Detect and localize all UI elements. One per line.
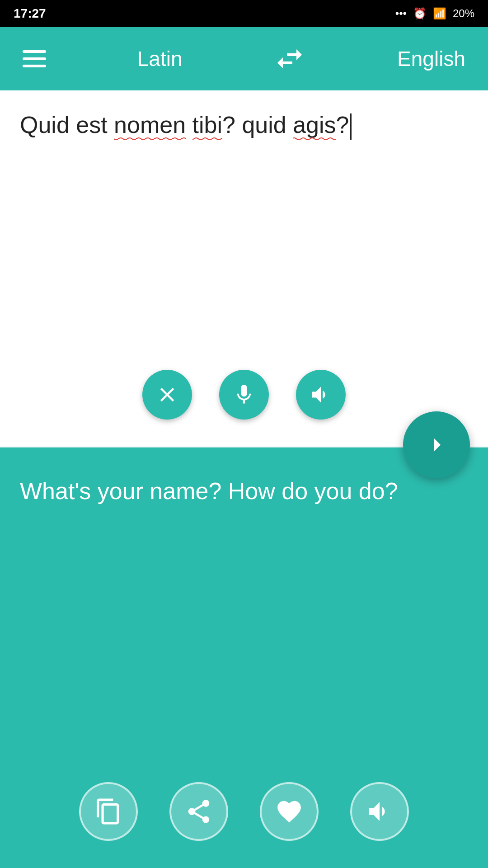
input-text-display[interactable]: Quid est nomen tibi? quid agis? <box>20 108 468 142</box>
status-icons: ••• ⏰ 📶 20% <box>395 7 474 20</box>
dots-icon: ••• <box>395 7 407 20</box>
app-header: Latin English <box>0 27 488 90</box>
target-language-button[interactable]: English <box>397 47 465 71</box>
spell-check-agis: agis <box>293 112 336 138</box>
copy-button[interactable] <box>79 782 138 841</box>
speak-input-button[interactable] <box>296 370 346 420</box>
input-panel: Quid est nomen tibi? quid agis? <box>0 90 488 448</box>
share-button[interactable] <box>169 782 228 841</box>
output-text-display: What's your name? How do you do? <box>20 475 468 508</box>
spell-check-nomen: nomen <box>114 112 186 138</box>
alarm-icon: ⏰ <box>413 7 427 20</box>
status-bar: 17:27 ••• ⏰ 📶 20% <box>0 0 488 27</box>
battery-icon: 20% <box>453 7 474 20</box>
sim-icon: 📶 <box>433 7 446 20</box>
spell-check-tibi: tibi <box>192 112 222 138</box>
status-time: 17:27 <box>14 6 46 21</box>
microphone-button[interactable] <box>219 370 269 420</box>
hamburger-line-1 <box>23 50 46 53</box>
translate-button[interactable] <box>403 411 470 478</box>
source-language-button[interactable]: Latin <box>137 47 183 71</box>
speak-output-button[interactable] <box>350 782 409 841</box>
text-cursor <box>350 113 352 140</box>
input-actions-bar <box>0 370 488 420</box>
hamburger-line-2 <box>23 57 46 60</box>
hamburger-line-3 <box>23 65 46 67</box>
clear-button[interactable] <box>142 370 192 420</box>
output-actions-bar <box>0 782 488 841</box>
swap-languages-button[interactable] <box>273 42 306 75</box>
favorite-button[interactable] <box>260 782 319 841</box>
menu-button[interactable] <box>23 50 46 67</box>
output-panel: What's your name? How do you do? <box>0 448 488 868</box>
